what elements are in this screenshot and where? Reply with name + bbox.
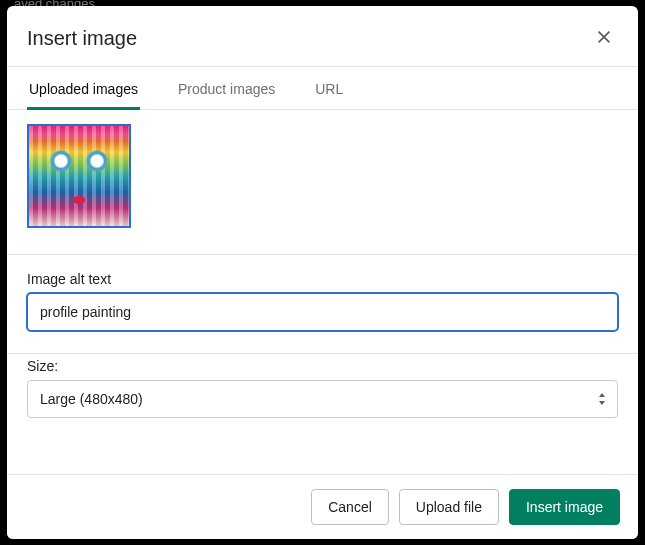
size-label: Size: [27, 358, 618, 374]
alt-text-section: Image alt text [7, 255, 638, 353]
button-label: Upload file [416, 499, 482, 515]
tab-url[interactable]: URL [313, 67, 345, 109]
modal-footer: Cancel Upload file Insert image [7, 474, 638, 539]
modal-title: Insert image [27, 27, 137, 50]
alt-text-label: Image alt text [27, 271, 618, 287]
modal-backdrop: aved changes Insert image Uploaded image… [0, 0, 645, 545]
close-icon [595, 28, 613, 49]
tab-uploaded-images[interactable]: Uploaded images [27, 67, 140, 109]
button-label: Cancel [328, 499, 372, 515]
image-thumbnail-selected[interactable] [27, 124, 131, 228]
close-button[interactable] [590, 24, 618, 52]
upload-file-button[interactable]: Upload file [399, 489, 499, 525]
thumbnail-grid [7, 110, 638, 254]
tab-label: Product images [178, 81, 275, 97]
size-select[interactable]: Large (480x480) [27, 380, 618, 418]
modal-header: Insert image [7, 6, 638, 66]
tab-bar: Uploaded images Product images URL [7, 67, 638, 110]
size-section: Size: Large (480x480) [7, 354, 638, 436]
button-label: Insert image [526, 499, 603, 515]
cancel-button[interactable]: Cancel [311, 489, 389, 525]
insert-image-modal: Insert image Uploaded images Product ima… [7, 6, 638, 539]
tab-product-images[interactable]: Product images [176, 67, 277, 109]
tab-label: URL [315, 81, 343, 97]
size-select-wrap: Large (480x480) [27, 380, 618, 418]
modal-body[interactable]: Uploaded images Product images URL Image… [7, 67, 638, 474]
alt-text-input[interactable] [27, 293, 618, 331]
insert-image-button[interactable]: Insert image [509, 489, 620, 525]
tab-label: Uploaded images [29, 81, 138, 97]
painting-thumbnail-icon [29, 126, 129, 226]
